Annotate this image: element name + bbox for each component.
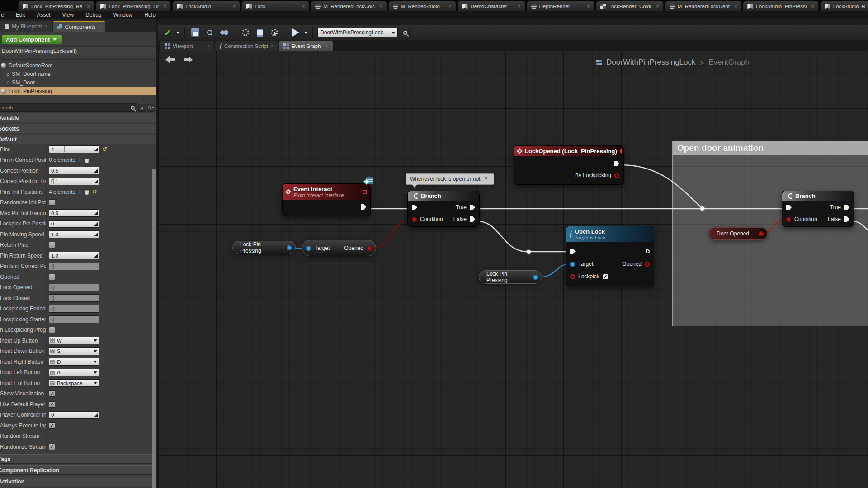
- details-scrollbar[interactable]: [152, 169, 156, 488]
- node-lockopened-event[interactable]: LockOpened (Lock_PinPressing) By Lockpic…: [514, 145, 624, 185]
- debug-search-button[interactable]: [401, 28, 410, 37]
- close-icon[interactable]: ×: [585, 4, 590, 9]
- filter-list-button[interactable]: ≡: [138, 104, 146, 112]
- compile-options-chevron-icon[interactable]: [176, 32, 180, 34]
- exec-out-pin[interactable]: [614, 161, 619, 166]
- component-self-row[interactable]: DoorWithPinPressingLock(self): [0, 46, 156, 55]
- node-event-interact[interactable]: Event Interact From Interact Interface: [282, 183, 371, 216]
- section-header-tags[interactable]: Tags: [0, 454, 156, 464]
- component-defaultsceneroot[interactable]: DefaultSceneRoot: [0, 61, 156, 70]
- bool-out-pin[interactable]: [759, 231, 764, 236]
- correct-position-tole-spinner[interactable]: 0.1: [49, 178, 99, 185]
- close-icon[interactable]: ×: [516, 4, 520, 9]
- play-icon[interactable]: [290, 27, 302, 38]
- close-icon[interactable]: ×: [85, 4, 90, 9]
- revert-icon[interactable]: ↺: [102, 146, 107, 152]
- target-pin[interactable]: [570, 262, 575, 267]
- menu-view[interactable]: View: [62, 12, 74, 18]
- component-sm-door[interactable]: ⌂SM_Door: [0, 78, 156, 87]
- input-exit-button-dropdown[interactable]: Backspace: [49, 379, 99, 387]
- node-get-opened[interactable]: Target Opened: [302, 240, 376, 256]
- lockpick-checkbox[interactable]: ✓: [603, 274, 609, 280]
- panel-tab-components[interactable]: Components×: [53, 21, 106, 32]
- close-icon[interactable]: ×: [231, 4, 236, 9]
- search-input[interactable]: Search: [0, 103, 137, 112]
- target-in-pin[interactable]: [306, 246, 311, 251]
- close-icon[interactable]: ×: [377, 4, 382, 9]
- randomize-init-potis-checkbox[interactable]: [49, 199, 55, 206]
- n-lockpicking-progre-checkbox[interactable]: [49, 327, 55, 333]
- document-tab-lockrender-color[interactable]: LockRender_Color×: [596, 1, 664, 11]
- menu-window[interactable]: Window: [113, 12, 133, 18]
- exec-false-pin[interactable]: [844, 216, 849, 222]
- breadcrumb-root[interactable]: DoorWithPinPressingLock: [606, 58, 695, 67]
- node-branch[interactable]: Branch True Condition False: [407, 191, 480, 227]
- input-right-button-dropdown[interactable]: D: [49, 358, 99, 366]
- node-variable-lock-pin-pressing[interactable]: Lock Pin Pressing: [232, 241, 296, 254]
- graph-tab-event-graph[interactable]: Event Graph×: [279, 41, 333, 51]
- return-pins-checkbox[interactable]: [49, 242, 55, 248]
- object-out-pin[interactable]: [533, 275, 538, 280]
- use-default-player-c-checkbox[interactable]: ✓: [49, 401, 55, 408]
- class-settings-icon[interactable]: [240, 27, 251, 38]
- close-icon[interactable]: ×: [207, 43, 210, 48]
- menu-e[interactable]: e: [1, 12, 4, 18]
- document-tab-depthrender[interactable]: DepthRender×: [527, 1, 594, 11]
- menu-asset[interactable]: Asset: [37, 12, 50, 18]
- close-icon[interactable]: ×: [809, 4, 814, 9]
- close-icon[interactable]: ×: [732, 4, 737, 9]
- exec-out-pin[interactable]: [646, 249, 650, 253]
- opened-out-pin[interactable]: [645, 262, 650, 267]
- document-tab-m-renderedlockcolc[interactable]: M_RenderedLockColc×: [311, 1, 387, 11]
- component-sm-doorframe[interactable]: ⌂SM_DoorFrame: [0, 70, 156, 78]
- close-icon[interactable]: ×: [162, 4, 166, 9]
- component-lock-pinpressing[interactable]: Lock_PinPressing: [0, 87, 156, 95]
- section-header-variable[interactable]: Variable: [0, 113, 156, 122]
- close-icon[interactable]: ×: [300, 4, 305, 9]
- close-icon[interactable]: ×: [99, 24, 101, 29]
- view-options-button[interactable]: ⊙: [147, 104, 155, 112]
- randomize-stream-a-checkbox[interactable]: ✓: [49, 444, 55, 450]
- always-execute-inpu-checkbox[interactable]: ✓: [49, 422, 55, 429]
- input-left-button-dropdown[interactable]: A: [49, 369, 99, 376]
- node-open-lock[interactable]: f Open Lock Target is Lock Target: [566, 226, 654, 286]
- opened-out-pin[interactable]: [367, 246, 372, 251]
- object-out-pin[interactable]: [287, 245, 292, 250]
- exec-in-pin[interactable]: [412, 205, 417, 210]
- delegate-pin-icon[interactable]: [363, 190, 367, 194]
- exec-true-pin[interactable]: [470, 205, 475, 210]
- document-tab-lockstudio-pinpressi[interactable]: LockStudio_PinPressi×: [743, 1, 818, 11]
- add-component-button[interactable]: Add Component: [1, 35, 62, 44]
- reroute-node[interactable]: [700, 206, 704, 211]
- lockpick-pin[interactable]: [570, 274, 575, 279]
- graph-back-icon[interactable]: [165, 56, 175, 63]
- play-options-chevron-icon[interactable]: [304, 32, 308, 34]
- menu-help[interactable]: Help: [144, 12, 156, 18]
- exec-true-pin[interactable]: [844, 205, 849, 210]
- document-tab-m-renderedlockdept[interactable]: M_RenderedLockDept×: [665, 1, 742, 11]
- reroute-node[interactable]: [527, 250, 531, 254]
- condition-pin[interactable]: [786, 217, 791, 222]
- find-in-blueprint-icon[interactable]: [204, 27, 216, 38]
- close-icon[interactable]: ×: [45, 24, 47, 29]
- pin-moving-speed-spinner[interactable]: 1.0: [49, 230, 99, 238]
- add-element-icon[interactable]: +: [78, 189, 82, 195]
- player-controller-ind-spinner[interactable]: 0: [49, 411, 99, 419]
- comment-box[interactable]: Open door animation: [672, 141, 868, 326]
- revert-icon[interactable]: ↺: [92, 189, 97, 195]
- node-variable-lock-pin-pressing[interactable]: Lock Pin Pressing: [479, 270, 542, 284]
- document-tab-democharacter[interactable]: DemoCharacter×: [458, 1, 525, 11]
- node-variable-door-opened[interactable]: Door Opened: [709, 227, 768, 240]
- clear-array-icon[interactable]: [85, 189, 90, 195]
- lockpick-pin-positio-spinner[interactable]: 0: [49, 220, 99, 228]
- pins-spinner[interactable]: 4: [49, 145, 99, 153]
- class-defaults-icon[interactable]: [254, 27, 266, 38]
- add-element-icon[interactable]: +: [78, 157, 82, 163]
- graph-tab-viewport[interactable]: Viewport×: [160, 41, 214, 51]
- section-header-sockets[interactable]: Sockets: [0, 124, 156, 133]
- exec-in-pin[interactable]: [786, 205, 792, 210]
- condition-pin[interactable]: [412, 217, 417, 222]
- input-up-button-dropdown[interactable]: W: [49, 337, 99, 344]
- exec-out-pin[interactable]: [361, 204, 366, 210]
- pin-icon[interactable]: [484, 177, 488, 181]
